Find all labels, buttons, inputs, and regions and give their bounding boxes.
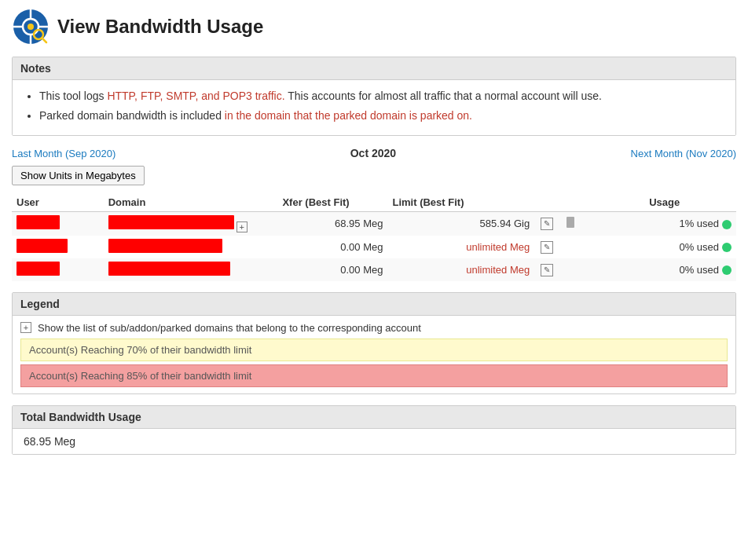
th-user: User [12, 193, 104, 212]
legend-header: Legend [13, 293, 735, 316]
bandwidth-icon [12, 8, 50, 46]
notes-section: Notes This tool logs HTTP, FTP, SMTP, an… [12, 57, 736, 136]
limit-cell: unlimited Meg [387, 258, 534, 281]
domain-cell [104, 236, 278, 258]
th-domain: Domain [104, 193, 278, 212]
bandwidth-table: User Domain Xfer (Best Fit) Limit (Best … [12, 193, 736, 281]
domain-bar [108, 239, 222, 253]
legend-expand-text: Show the list of sub/addon/parked domain… [38, 322, 421, 334]
usage-text: 0% used [679, 241, 719, 253]
edit-cell[interactable]: ✎ [534, 212, 562, 236]
usage-bar-cell [562, 236, 644, 258]
prev-month-link[interactable]: Last Month (Sep 2020) [12, 148, 116, 159]
legend-yellow-row: Account(s) Reaching 70% of their bandwid… [20, 339, 728, 361]
legend-pink-text: Account(s) Reaching 85% of their bandwid… [29, 370, 251, 382]
legend-section: Legend + Show the list of sub/addon/park… [12, 292, 736, 394]
domain-cell [104, 258, 278, 281]
table-row: +68.95 Meg585.94 Gig✎1% used [12, 212, 736, 236]
current-month: Oct 2020 [350, 147, 396, 159]
user-cell [12, 258, 104, 281]
table-row: 0.00 Megunlimited Meg✎0% used [12, 236, 736, 258]
table-row: 0.00 Megunlimited Meg✎0% used [12, 258, 736, 281]
edit-icon[interactable]: ✎ [541, 264, 553, 276]
total-section: Total Bandwidth Usage 68.95 Meg [12, 405, 736, 455]
usage-text-cell: 0% used [644, 258, 736, 281]
usage-bar-cell [562, 258, 644, 281]
usage-bar [566, 217, 574, 228]
th-usage-bar-spacer [562, 193, 644, 212]
user-bar [16, 215, 60, 229]
user-bar [16, 239, 68, 253]
xfer-cell: 68.95 Meg [277, 212, 387, 236]
usage-dot [722, 220, 732, 229]
notes-body: This tool logs HTTP, FTP, SMTP, and POP3… [13, 80, 735, 135]
note-2-prefix: Parked domain bandwidth is included [39, 109, 225, 122]
note-1-suffix: This accounts for almost all traffic tha… [285, 90, 602, 102]
usage-text: 0% used [679, 264, 719, 276]
next-month-link[interactable]: Next Month (Nov 2020) [631, 148, 736, 159]
total-header: Total Bandwidth Usage [13, 406, 735, 429]
edit-icon[interactable]: ✎ [541, 241, 553, 254]
limit-cell: 585.94 Gig [387, 212, 534, 236]
legend-yellow-text: Account(s) Reaching 70% of their bandwid… [29, 344, 251, 356]
show-units-button[interactable]: Show Units in Megabytes [12, 166, 145, 185]
user-cell [12, 236, 104, 258]
expand-icon[interactable]: + [20, 322, 31, 333]
usage-text-cell: 0% used [644, 236, 736, 258]
user-cell [12, 212, 104, 236]
table-body: +68.95 Meg585.94 Gig✎1% used0.00 Megunli… [12, 212, 736, 281]
total-value: 68.95 Meg [13, 429, 735, 454]
page-title: View Bandwidth Usage [57, 16, 263, 38]
page-header: View Bandwidth Usage [12, 8, 736, 46]
note-item-1: This tool logs HTTP, FTP, SMTP, and POP3… [39, 88, 724, 104]
domain-cell: + [104, 212, 278, 236]
legend-pink-row: Account(s) Reaching 85% of their bandwid… [20, 364, 728, 387]
table-header-row: User Domain Xfer (Best Fit) Limit (Best … [12, 193, 736, 212]
edit-icon[interactable]: ✎ [541, 218, 553, 230]
usage-bar-cell [562, 212, 644, 236]
notes-header: Notes [13, 57, 735, 80]
notes-list: This tool logs HTTP, FTP, SMTP, and POP3… [24, 88, 724, 124]
note-1-highlight: HTTP, FTP, SMTP, and POP3 traffic. [107, 90, 284, 102]
usage-text: 1% used [679, 218, 719, 229]
domain-bar [108, 215, 234, 229]
usage-text-cell: 1% used [644, 212, 736, 236]
th-limit: Limit (Best Fit) [387, 193, 534, 212]
user-bar [16, 262, 60, 276]
domain-bar [108, 262, 230, 276]
usage-dot [722, 243, 732, 252]
svg-point-6 [28, 24, 34, 30]
edit-cell[interactable]: ✎ [534, 258, 562, 281]
xfer-cell: 0.00 Meg [277, 258, 387, 281]
usage-dot [722, 265, 732, 275]
month-nav: Last Month (Sep 2020) Oct 2020 Next Mont… [12, 147, 736, 159]
edit-cell[interactable]: ✎ [534, 236, 562, 258]
note-item-2: Parked domain bandwidth is included in t… [39, 108, 724, 124]
svg-line-8 [42, 38, 46, 42]
note-1-prefix: This tool logs [39, 90, 107, 102]
domain-expand-icon[interactable]: + [236, 221, 248, 232]
th-edit-spacer [534, 193, 562, 212]
legend-expand-row: + Show the list of sub/addon/parked doma… [20, 322, 728, 334]
limit-cell: unlimited Meg [387, 236, 534, 258]
xfer-cell: 0.00 Meg [277, 236, 387, 258]
note-2-highlight: in the domain that the parked domain is … [225, 109, 472, 122]
th-usage: Usage [644, 193, 736, 212]
legend-body: + Show the list of sub/addon/parked doma… [13, 316, 735, 393]
th-xfer: Xfer (Best Fit) [277, 193, 387, 212]
